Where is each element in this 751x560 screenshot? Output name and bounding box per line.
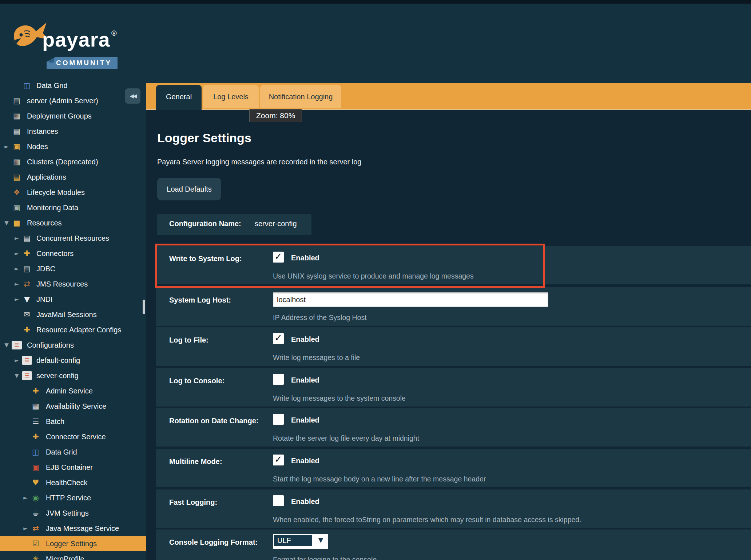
load-defaults-button[interactable]: Load Defaults — [157, 178, 221, 200]
enabled-label: Enabled — [291, 416, 319, 424]
rotation-on-date-change-checkbox[interactable] — [273, 414, 284, 425]
sidebar-item-jdbc[interactable]: ►▤JDBC — [0, 261, 146, 276]
field-label: Log to File: — [169, 336, 208, 344]
expand-arrow-icon[interactable]: ► — [13, 246, 20, 261]
sidebar-item-data-grid-clipped[interactable]: ◫Data Grid — [0, 83, 146, 93]
field-label: Write to System Log: — [169, 255, 242, 263]
sidebar-item-admin-service[interactable]: ✚Admin Service — [0, 383, 146, 399]
registered-mark: ® — [111, 29, 117, 37]
globe-icon: ◉ — [31, 490, 41, 505]
log-to-file-checkbox[interactable]: ✓ — [273, 333, 284, 344]
expand-arrow-icon[interactable]: ► — [13, 231, 20, 246]
field-label: Multiline Mode: — [169, 457, 222, 466]
sidebar-item-deployment-groups[interactable]: ▦Deployment Groups — [0, 108, 146, 124]
jms-arrows-icon: ⇄ — [22, 276, 32, 292]
form-row-log-to-console: Log to Console: Enabled Write log messag… — [156, 368, 751, 407]
sidebar-collapse-button[interactable]: ◀◀ — [125, 88, 140, 104]
console-logging-format-select[interactable]: ULF ▼ — [273, 534, 328, 549]
checkmark-icon: ✓ — [274, 251, 282, 262]
sidebar-item-configurations[interactable]: ▼☰Configurations — [0, 337, 146, 353]
enabled-label: Enabled — [291, 335, 319, 344]
sidebar-item-availability-service[interactable]: ▦Availability Service — [0, 399, 146, 414]
sidebar-item-java-message-service[interactable]: ►⇄Java Message Service — [0, 521, 146, 536]
checkmark-icon: ✓ — [274, 332, 282, 343]
sidebar-navigation: ◫Data Grid ▤server (Admin Server) ▦Deplo… — [0, 83, 146, 560]
monitoring-icon: ▣ — [12, 200, 22, 215]
form-row-write-to-system-log: Write to System Log: ✓ Enabled Use UNIX … — [156, 246, 751, 284]
expand-arrow-icon[interactable]: ► — [13, 261, 20, 276]
tab-bar: General Log Levels Notification Logging — [146, 83, 751, 110]
sidebar-item-connector-service[interactable]: ✚Connector Service — [0, 429, 146, 444]
fast-logging-checkbox[interactable] — [273, 495, 284, 506]
database-icon: ▤ — [22, 261, 32, 276]
payara-admin-console: payara ® COMMUNITY ◫Data Grid ▤server (A… — [0, 0, 751, 560]
multiline-mode-checkbox[interactable]: ✓ — [273, 455, 284, 465]
sidebar-item-http-service[interactable]: ►◉HTTP Service — [0, 490, 146, 505]
tab-log-levels[interactable]: Log Levels — [203, 85, 259, 108]
funnel-icon: ▼ — [22, 292, 32, 307]
collapse-arrow-icon[interactable]: ▼ — [13, 368, 20, 383]
field-label: Console Logging Format: — [169, 538, 258, 547]
tab-notification-logging[interactable]: Notification Logging — [260, 85, 341, 108]
sidebar-item-resource-adapter-configs[interactable]: ✚Resource Adapter Configs — [0, 322, 146, 337]
form-row-fast-logging: Fast Logging: Enabled When enabled, the … — [156, 489, 751, 528]
sidebar-item-data-grid[interactable]: ◫Data Grid — [0, 444, 146, 460]
sidebar-item-lifecycle-modules[interactable]: ❖Lifecycle Modules — [0, 185, 146, 200]
sidebar-item-jvm-settings[interactable]: ☕JVM Settings — [0, 505, 146, 521]
community-badge: COMMUNITY — [47, 57, 118, 69]
checkmark-icon: ✓ — [274, 454, 282, 465]
sidebar-item-clusters-deprecated[interactable]: ▦Clusters (Deprecated) — [0, 154, 146, 169]
sidebar-item-connectors[interactable]: ►✚Connectors — [0, 246, 146, 261]
sidebar-item-server-admin-server[interactable]: ▤server (Admin Server) — [0, 93, 146, 108]
field-help-text: Rotate the server log file every day at … — [273, 434, 419, 443]
sidebar-item-jms-resources[interactable]: ►⇄JMS Resources — [0, 276, 146, 292]
collapse-arrow-icon[interactable]: ▼ — [3, 337, 10, 353]
jms-arrows-icon: ⇄ — [31, 521, 41, 536]
microprofile-icon: ✳ — [31, 551, 41, 560]
applications-icon: ▤ — [12, 169, 22, 185]
expand-arrow-icon[interactable]: ► — [13, 276, 20, 292]
collapse-arrow-icon[interactable]: ▼ — [3, 215, 10, 231]
expand-arrow-icon[interactable]: ► — [13, 353, 20, 368]
field-label: Fast Logging: — [169, 498, 217, 507]
sidebar-item-concurrent-resources[interactable]: ►▤Concurrent Resources — [0, 231, 146, 246]
sidebar-item-nodes[interactable]: ►▣Nodes — [0, 139, 146, 154]
form-row-multiline-mode: Multiline Mode: ✓ Enabled Start the log … — [156, 449, 751, 487]
database-icon: ▤ — [22, 231, 32, 246]
sidebar-item-healthcheck[interactable]: ♥HealthCheck — [0, 475, 146, 490]
write-to-system-log-checkbox[interactable]: ✓ — [273, 252, 284, 263]
sidebar-item-resources[interactable]: ▼■Resources — [0, 215, 146, 231]
sidebar-item-microprofile[interactable]: ✳MicroProfile — [0, 551, 146, 560]
sidebar-item-batch[interactable]: ☰Batch — [0, 414, 146, 429]
expand-arrow-icon[interactable]: ► — [22, 521, 29, 536]
sidebar-item-ejb-container[interactable]: ▣EJB Container — [0, 460, 146, 475]
log-to-console-checkbox[interactable] — [273, 374, 284, 385]
field-label: System Log Host: — [169, 296, 231, 304]
expand-arrow-icon[interactable]: ► — [3, 139, 10, 154]
field-help-text: When enabled, the forced toString on par… — [273, 516, 581, 524]
sidebar-item-default-config[interactable]: ►☰default-config — [0, 353, 146, 368]
sidebar-item-server-config[interactable]: ▼☰server-config — [0, 368, 146, 383]
sidebar-item-monitoring-data[interactable]: ▣Monitoring Data — [0, 200, 146, 215]
connector-puzzle-icon: ✚ — [31, 383, 41, 399]
sidebar-item-logger-settings[interactable]: ☑Logger Settings — [0, 536, 146, 551]
cluster-icon: ▦ — [12, 108, 22, 124]
system-log-host-input[interactable] — [273, 292, 548, 307]
server-icon: ▤ — [12, 124, 22, 139]
field-help-text: IP Address of the Syslog Host — [273, 313, 367, 322]
cluster-icon: ▦ — [12, 154, 22, 169]
sidebar-scrollbar-thumb[interactable] — [143, 300, 145, 314]
tab-general[interactable]: General — [156, 85, 202, 110]
coffee-cup-icon: ☕ — [31, 505, 41, 521]
jar-icon: ▣ — [31, 460, 41, 475]
expand-arrow-icon[interactable]: ► — [13, 292, 20, 307]
sidebar-item-instances[interactable]: ▤Instances — [0, 124, 146, 139]
configuration-name-panel: Configuration Name: server-config — [157, 214, 311, 235]
availability-icon: ▦ — [31, 399, 41, 414]
sidebar-item-jndi[interactable]: ►▼JNDI — [0, 292, 146, 307]
header: payara ® COMMUNITY — [0, 4, 751, 83]
form-row-system-log-host: System Log Host: IP Address of the Syslo… — [156, 287, 751, 326]
sidebar-item-applications[interactable]: ▤Applications — [0, 169, 146, 185]
sidebar-item-javamail-sessions[interactable]: ✉JavaMail Sessions — [0, 307, 146, 322]
expand-arrow-icon[interactable]: ► — [22, 490, 29, 505]
